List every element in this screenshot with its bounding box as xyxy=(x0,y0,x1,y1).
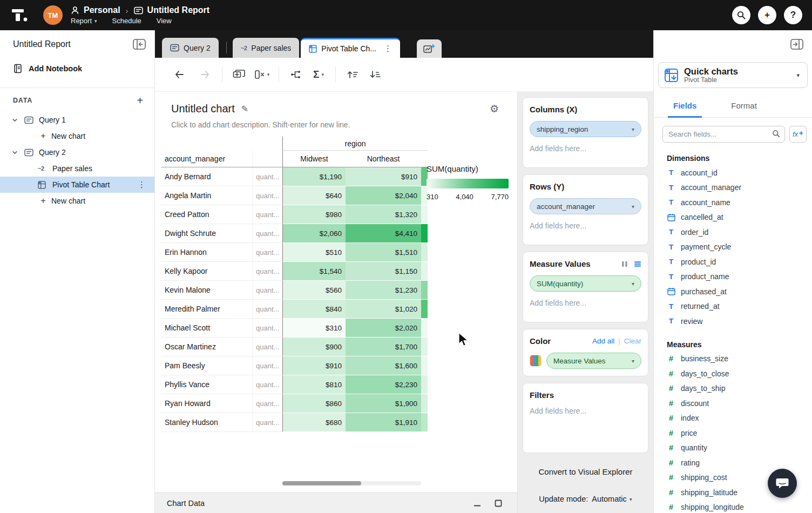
heatmap-cell[interactable]: $860 xyxy=(282,394,346,413)
row-label[interactable]: Meredith Palmer xyxy=(161,300,252,319)
heatmap-cell[interactable]: $910 xyxy=(346,167,421,186)
heatmap-cell[interactable]: $1,230 xyxy=(346,281,421,300)
heatmap-cell[interactable]: $510 xyxy=(282,243,346,262)
field-purchased-at[interactable]: purchased_at xyxy=(654,284,812,299)
expand-panel-icon[interactable] xyxy=(495,500,502,507)
heatmap-cell[interactable]: $980 xyxy=(282,205,346,224)
help-button[interactable]: ? xyxy=(784,6,802,24)
heatmap-cell[interactable]: $2,040 xyxy=(346,186,421,205)
heatmap-cell[interactable]: $1,020 xyxy=(346,300,421,319)
row-label[interactable]: Kelly Kapoor xyxy=(161,262,252,281)
add-column-button[interactable] xyxy=(228,64,251,85)
add-button[interactable]: + xyxy=(758,6,776,24)
row-label[interactable]: Dwight Schrute xyxy=(161,224,252,243)
sidebar-item-query-1[interactable]: Query 1 xyxy=(0,112,154,128)
add-data-button[interactable]: + xyxy=(137,96,144,105)
rows-field-pill[interactable]: account_manager ▾ xyxy=(530,198,641,214)
user-avatar[interactable]: TM xyxy=(43,5,63,25)
field-price[interactable]: #price xyxy=(654,426,812,441)
field-account-manager[interactable]: Taccount_manager xyxy=(654,180,812,195)
field-returned-at[interactable]: Treturned_at xyxy=(654,299,812,314)
collapse-sidebar-icon[interactable] xyxy=(133,39,146,50)
row-label[interactable]: Angela Martin xyxy=(161,186,252,205)
clear-link[interactable]: Clear xyxy=(624,337,641,345)
columns-dropzone[interactable]: Add fields here... xyxy=(530,144,641,160)
chevron-down-icon[interactable] xyxy=(12,150,21,156)
row-label[interactable]: Creed Patton xyxy=(161,205,252,224)
update-mode-dropdown[interactable]: Automatic ▾ xyxy=(592,495,632,503)
heatmap-cell[interactable]: $1,510 xyxy=(346,243,421,262)
collapse-fields-panel-icon[interactable] xyxy=(790,39,803,50)
field-account-name[interactable]: Taccount_name xyxy=(654,195,812,210)
search-fields-input[interactable] xyxy=(662,126,785,143)
heatmap-cell[interactable]: $810 xyxy=(282,375,346,394)
field-cancelled-at[interactable]: cancelled_at xyxy=(654,210,812,225)
field-quantity[interactable]: #quantity xyxy=(654,441,812,456)
tab-format[interactable]: Format xyxy=(726,96,762,117)
color-palette-icon[interactable] xyxy=(530,355,542,367)
heatmap-cell[interactable]: $1,700 xyxy=(346,338,421,356)
heatmap-cell[interactable]: $2,230 xyxy=(346,375,421,394)
row-label[interactable]: Phyllis Vance xyxy=(161,375,252,394)
tab-fields[interactable]: Fields xyxy=(668,96,702,118)
row-label[interactable]: Oscar Martinez xyxy=(161,338,252,356)
heatmap-cell[interactable]: $680 xyxy=(282,413,346,432)
column-header-midwest[interactable]: Midwest xyxy=(282,151,346,167)
chevron-down-icon[interactable] xyxy=(12,117,21,123)
heatmap-cell[interactable]: $560 xyxy=(282,281,346,300)
heatmap-cell[interactable]: $1,150 xyxy=(346,262,421,281)
measure-field-pill[interactable]: SUM(quantity) ▾ xyxy=(530,275,641,292)
heatmap-cell[interactable]: $840 xyxy=(282,300,346,319)
field-product-id[interactable]: Tproduct_id xyxy=(654,254,812,269)
pivot-transform-button[interactable] xyxy=(285,64,307,85)
chat-support-button[interactable] xyxy=(768,469,797,498)
row-label[interactable]: Pam Beesly xyxy=(161,356,252,375)
workspace-name[interactable]: Personal xyxy=(84,5,120,15)
field-days-to-ship[interactable]: #days_to_ship xyxy=(654,381,812,396)
filters-dropzone[interactable]: Add fields here... xyxy=(530,407,641,423)
sidebar-item-query-2[interactable]: Query 2 xyxy=(0,144,154,160)
add-notebook-button[interactable]: Add Notebook xyxy=(0,58,154,79)
field-index[interactable]: #index xyxy=(654,411,812,426)
rows-dropzone[interactable]: Add fields here... xyxy=(530,221,641,238)
heatmap-cell[interactable]: $2,060 xyxy=(282,224,346,243)
add-formula-button[interactable]: fx xyxy=(789,126,807,143)
sidebar-item-paper-sales[interactable]: ~2Paper sales xyxy=(0,160,154,177)
field-shipping-longitude[interactable]: #shipping_longitude xyxy=(654,500,812,513)
heatmap-cell[interactable]: $900 xyxy=(282,338,346,356)
row-field-header[interactable]: account_manager xyxy=(161,151,252,167)
heatmap-cell[interactable]: $1,600 xyxy=(346,356,421,375)
heatmap-cell[interactable]: $1,900 xyxy=(346,394,421,413)
tab-query-2[interactable]: Query 2 xyxy=(162,38,219,58)
field-payment-cycle[interactable]: Tpayment_cycle xyxy=(654,240,812,255)
horizontal-scrollbar[interactable] xyxy=(282,481,421,485)
convert-to-visual-explorer-button[interactable]: Convert to Visual Explorer xyxy=(523,467,648,476)
field-rating[interactable]: #rating xyxy=(654,455,812,470)
undo-back-button[interactable] xyxy=(168,64,191,85)
columns-layout-icon[interactable] xyxy=(621,260,628,268)
field-review[interactable]: Treview xyxy=(654,314,812,329)
edit-pencil-icon[interactable]: ✎ xyxy=(241,104,248,114)
row-label[interactable]: Andy Bernard xyxy=(161,167,252,186)
new-chart-button[interactable]: +New chart xyxy=(0,128,154,144)
add-all-link[interactable]: Add all xyxy=(592,337,614,345)
new-chart-tab-button[interactable] xyxy=(417,39,442,58)
aggregate-button[interactable]: Σ ▾ xyxy=(307,64,330,85)
heatmap-cell[interactable]: $2,020 xyxy=(346,319,421,338)
more-options-icon[interactable]: ⋮ xyxy=(138,180,146,190)
sort-ascending-button[interactable] xyxy=(341,64,364,85)
more-options-icon[interactable]: ⋮ xyxy=(384,44,392,53)
report-title[interactable]: Untitled Report xyxy=(147,5,210,15)
row-label[interactable]: Michael Scott xyxy=(161,319,252,338)
app-logo[interactable] xyxy=(10,7,29,23)
heatmap-cell[interactable]: $910 xyxy=(282,356,346,375)
heatmap-cell[interactable]: $1,320 xyxy=(346,205,421,224)
columns-field-pill[interactable]: shipping_region ▾ xyxy=(530,121,641,137)
chart-settings-gear-icon[interactable]: ⚙ xyxy=(490,103,499,115)
tab-paper-sales[interactable]: ~2Paper sales xyxy=(233,38,299,58)
field-order-id[interactable]: Torder_id xyxy=(654,225,812,240)
remove-column-button[interactable]: ▾ xyxy=(251,64,273,85)
color-field-pill[interactable]: Measure Values ▾ xyxy=(546,353,641,369)
sort-descending-button[interactable] xyxy=(364,64,387,85)
search-button[interactable] xyxy=(732,6,750,24)
